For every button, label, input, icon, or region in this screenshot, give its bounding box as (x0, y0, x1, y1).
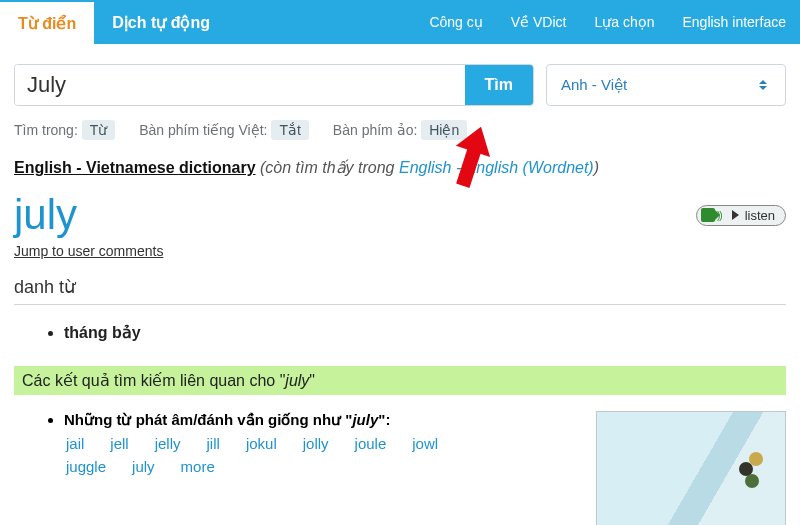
tab-translate-label: Dịch tự động (112, 13, 210, 32)
updown-caret-icon (755, 80, 771, 90)
related-group: Những từ phát âm/đánh vần giống như "jul… (64, 411, 576, 475)
nav-about[interactable]: Về VDict (497, 0, 581, 44)
dictionary-line: English - Vietnamese dictionary (còn tìm… (14, 158, 786, 177)
opt-searchin: Tìm trong: Từ (14, 122, 115, 138)
related-group-title: Những từ phát âm/đánh vần giống như "jul… (64, 411, 390, 428)
nav-options[interactable]: Lựa chọn (580, 0, 668, 44)
opt-virtual-keyboard-value[interactable]: Hiện (421, 120, 467, 140)
search-options-row: Tìm trong: Từ Bàn phím tiếng Việt: Tắt B… (0, 122, 800, 158)
search-input[interactable] (15, 65, 465, 105)
related-word[interactable]: jelly (155, 435, 181, 452)
sidebar-thumbnail[interactable] (596, 411, 786, 525)
top-tabs: Từ điển Dịch tự động Công cụ Về VDict Lự… (0, 0, 800, 44)
related-body: Những từ phát âm/đánh vần giống như "jul… (14, 411, 786, 525)
nav-english-interface[interactable]: English interface (668, 0, 800, 44)
jump-to-comments-link[interactable]: Jump to user comments (14, 243, 163, 259)
dictionary-paren: (còn tìm thấy trong English - English (W… (260, 159, 599, 176)
speaker-icon: )) (701, 208, 722, 222)
related-word[interactable]: jokul (246, 435, 277, 452)
definition-item: tháng bảy (64, 323, 786, 342)
opt-searchin-value[interactable]: Từ (82, 120, 116, 140)
tab-spacer (228, 0, 415, 44)
language-select-value: Anh - Việt (561, 76, 627, 94)
related-word[interactable]: jell (110, 435, 128, 452)
related-list: Những từ phát âm/đánh vần giống như "jul… (14, 411, 576, 475)
language-select[interactable]: Anh - Việt (546, 64, 786, 106)
listen-label: listen (745, 208, 775, 223)
related-word[interactable]: jolly (303, 435, 329, 452)
related-word[interactable]: more (181, 458, 215, 475)
related-word[interactable]: joule (355, 435, 387, 452)
related-results-heading: Các kết quả tìm kiếm liên quan cho "july… (14, 366, 786, 395)
headword-row: july )) listen (14, 191, 786, 239)
search-group: Tìm (14, 64, 534, 106)
search-row: Tìm Anh - Việt (0, 44, 800, 122)
listen-button[interactable]: )) listen (696, 205, 786, 226)
alt-dictionary-link[interactable]: English - English (Wordnet) (399, 159, 594, 176)
headword: july (14, 191, 77, 239)
dictionary-name-link[interactable]: English - Vietnamese dictionary (14, 159, 256, 176)
related-word[interactable]: july (132, 458, 155, 475)
tab-dictionary-label: Từ điển (18, 14, 76, 33)
definitions-list: tháng bảy (14, 323, 786, 342)
related-left: Những từ phát âm/đánh vần giống như "jul… (14, 411, 576, 525)
related-word[interactable]: jail (66, 435, 84, 452)
play-icon (732, 210, 739, 220)
nav-tools[interactable]: Công cụ (415, 0, 496, 44)
related-words-row2: juggle july more (64, 458, 576, 475)
related-words-row1: jail jell jelly jill jokul jolly joule j… (64, 435, 576, 452)
related-word[interactable]: jowl (412, 435, 438, 452)
related-word[interactable]: jill (207, 435, 220, 452)
content: English - Vietnamese dictionary (còn tìm… (0, 158, 800, 525)
opt-virtual-keyboard: Bàn phím ảo: Hiện (333, 122, 467, 138)
opt-viet-keyboard-value[interactable]: Tắt (271, 120, 308, 140)
opt-viet-keyboard: Bàn phím tiếng Việt: Tắt (139, 122, 309, 138)
tab-translate[interactable]: Dịch tự động (94, 0, 228, 44)
related-word[interactable]: juggle (66, 458, 106, 475)
search-button[interactable]: Tìm (465, 65, 533, 105)
tab-dictionary[interactable]: Từ điển (0, 0, 94, 44)
part-of-speech: danh từ (14, 260, 786, 305)
